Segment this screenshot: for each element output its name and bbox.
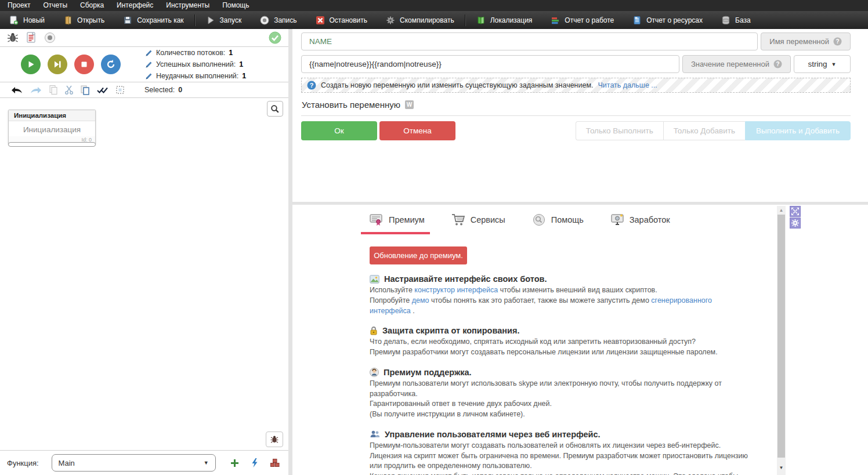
cancel-button[interactable]: Отмена <box>379 121 455 140</box>
log-document-icon[interactable] <box>26 32 37 43</box>
undo-icon[interactable] <box>10 85 23 95</box>
wiki-icon[interactable]: W <box>405 100 414 109</box>
stop-square-icon <box>79 60 89 69</box>
toolbar-button-work-report[interactable]: Отчет о работе <box>541 11 623 29</box>
toolbar-button-stop[interactable]: Остановить <box>306 11 377 29</box>
upgrade-premium-button[interactable]: Обновление до премиум. <box>370 246 467 264</box>
redo-icon[interactable] <box>30 85 42 95</box>
toolbar-separator <box>194 14 196 26</box>
database-icon <box>721 16 730 25</box>
toolbar-button-compile[interactable]: Скомпилировать <box>377 11 464 29</box>
variable-value-input[interactable]: {{name|notreuse}}{{random|notreuse}} <box>301 55 679 73</box>
scroll-down-icon[interactable]: ▼ <box>777 465 786 470</box>
text-segment: чтобы изменить внешний вид ваших скрипто… <box>498 286 657 294</box>
dock-expand-button[interactable] <box>790 206 801 217</box>
stat-row: Успешных выполнений:1 <box>145 59 246 70</box>
variable-name-input[interactable]: NAME <box>301 32 758 50</box>
canvas-search-button[interactable] <box>267 101 283 117</box>
toolbar-button-localization[interactable]: Локализация <box>467 11 542 29</box>
step-button[interactable] <box>48 55 67 74</box>
info-panel: ПремиумСервисыПомощьЗаработок Обновление… <box>292 205 868 475</box>
read-more-link[interactable]: Читать дальше ... <box>598 81 657 89</box>
scrollbar-thumb[interactable] <box>777 215 785 458</box>
script-block-initialization[interactable]: Инициализация Инициализация Id: 0 <box>8 110 96 144</box>
toolbar-button-label: Сохранить как <box>137 16 183 24</box>
toolbar-button-save-as[interactable]: Сохранить как <box>114 11 193 29</box>
toolbar-button-label: Локализация <box>490 16 533 24</box>
lightning-icon[interactable] <box>251 458 259 468</box>
variable-type-select[interactable]: string ▼ <box>794 55 851 73</box>
menu-item-reports[interactable]: Отчеты <box>37 0 74 11</box>
function-select[interactable]: Main ▼ <box>52 454 216 472</box>
play-button[interactable] <box>21 55 41 74</box>
add-only-button[interactable]: Только Добавить <box>663 121 745 140</box>
variable-value-label-text: Значение переменной <box>691 60 769 68</box>
section-paragraph: Каждая лицензия может быть использована … <box>370 472 751 475</box>
text-segment: Премиум пользователи могут использовать … <box>370 379 722 398</box>
section-paragraph: Используйте конструктор интерфейса чтобы… <box>370 285 751 296</box>
toolbar-button-resource-report[interactable]: Отчет о ресурсах <box>623 11 712 29</box>
record-dot-icon[interactable] <box>44 32 56 43</box>
tab-premium[interactable]: Премиум <box>370 213 425 234</box>
section-title: Настраивайте интерфейс своих ботов. <box>370 274 751 284</box>
svg-text:?: ? <box>836 38 839 45</box>
toolbar-button-run[interactable]: Запуск <box>197 11 251 29</box>
debug-bug-icon[interactable] <box>7 32 19 43</box>
info-question-icon: ? <box>307 81 316 90</box>
toolbar-button-new[interactable]: Новый <box>0 11 54 29</box>
menu-item-project[interactable]: Проект <box>1 0 37 11</box>
inline-link[interactable]: демо <box>412 296 429 304</box>
add-function-icon[interactable] <box>230 458 240 468</box>
double-check-icon[interactable] <box>96 86 109 94</box>
toolbar-button-record[interactable]: Запись <box>251 11 306 29</box>
toolbar: НовыйОткрытьСохранить какЗапускЗаписьОст… <box>0 11 868 29</box>
edit-toolbar: Selected: 0 <box>0 82 288 98</box>
status-ok-icon <box>269 31 281 44</box>
right-panel: NAME Имя переменной ? {{name|notreuse}}{… <box>292 29 868 475</box>
menu-item-help[interactable]: Помощь <box>216 0 255 11</box>
section-paragraph: Попробуйте демо чтобы понять как это раб… <box>370 296 751 317</box>
inline-link[interactable]: конструктор интерфейса <box>414 286 498 294</box>
stat-row: Количество потоков:1 <box>145 47 246 59</box>
compile-icon <box>386 16 395 25</box>
text-segment: Что делать, если необходимо, спрятать ис… <box>370 338 696 346</box>
section-title: Управление пользователями через веб инте… <box>370 430 751 439</box>
dock-settings-button[interactable] <box>790 217 801 229</box>
script-canvas[interactable]: Инициализация Инициализация Id: 0 <box>0 98 288 450</box>
cut-icon[interactable] <box>64 85 74 95</box>
menu-item-interface[interactable]: Интерфейс <box>110 0 160 11</box>
localization-icon <box>476 16 486 25</box>
restart-button[interactable] <box>101 55 121 74</box>
toolbar-button-open[interactable]: Открыть <box>54 11 114 29</box>
stop-icon <box>316 16 325 25</box>
modules-cubes-icon[interactable] <box>270 458 280 468</box>
execute-only-button[interactable]: Только Выполнить <box>576 121 663 140</box>
menu-item-tools[interactable]: Инструменты <box>160 0 216 11</box>
execute-and-add-button[interactable]: Выполнить и Добавить <box>745 121 851 140</box>
tab-help[interactable]: Помощь <box>532 213 584 234</box>
toolbar-button-label: Запуск <box>220 16 242 24</box>
text-segment: (Вы получите инструкции в личном кабинет… <box>370 410 525 418</box>
tab-label: Премиум <box>389 215 425 224</box>
scrollbar[interactable]: ▲ ▼ <box>777 206 786 475</box>
ok-button[interactable]: Ок <box>301 121 377 140</box>
variable-value-label: Значение переменной ? <box>682 55 791 73</box>
scroll-up-icon[interactable]: ▲ <box>777 208 786 213</box>
debug-button[interactable] <box>266 432 283 447</box>
toolbar-button-label: Запись <box>274 16 296 24</box>
menu-item-build[interactable]: Сборка <box>74 0 110 11</box>
selection-box-icon[interactable] <box>115 85 125 95</box>
premium-section: Премиум поддержка.Премиум пользователи м… <box>370 368 751 420</box>
chevron-down-icon: ▼ <box>204 460 209 466</box>
pencil-icon <box>145 49 153 57</box>
copy-icon[interactable] <box>49 85 58 95</box>
tab-services[interactable]: Сервисы <box>451 213 505 234</box>
toolbar-button-database[interactable]: База <box>712 11 760 29</box>
function-label: Функция: <box>7 459 39 467</box>
help-question-icon[interactable]: ? <box>773 60 782 68</box>
paste-icon[interactable] <box>80 85 90 95</box>
help-question-icon[interactable]: ? <box>833 37 842 46</box>
tab-earnings[interactable]: Заработок <box>610 213 670 234</box>
tab-label: Сервисы <box>471 215 505 224</box>
stop-button[interactable] <box>74 55 94 74</box>
